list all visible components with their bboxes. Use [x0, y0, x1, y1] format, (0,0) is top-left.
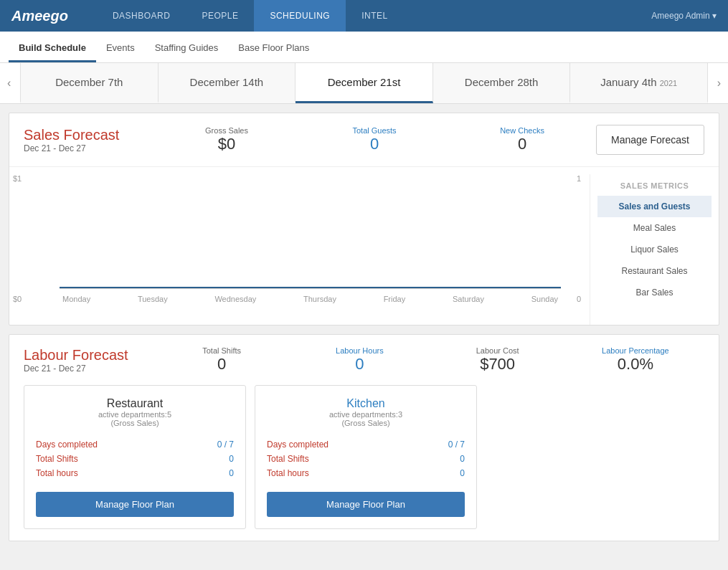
x-label-sat: Saturday	[453, 295, 484, 303]
manage-floor-plan-kitchen-button[interactable]: Manage Floor Plan	[267, 492, 465, 517]
week-tab-3[interactable]: December 28th	[433, 63, 571, 103]
dept-restaurant-header: Restaurant active departments:5 (Gross S…	[36, 397, 234, 427]
chart-area: $1 $0 1 0 Monday Tuesday Wednesday Thurs…	[9, 167, 719, 325]
y-right-bottom: 0	[577, 295, 581, 303]
labour-stats: Total Shifts 0 Labour Hours 0 Labour Cos…	[153, 346, 704, 374]
sales-forecast-heading: Sales Forecast	[24, 127, 153, 143]
total-shifts-value: 0	[153, 355, 290, 374]
dept-restaurant-gross: (Gross Sales)	[36, 419, 234, 427]
gross-sales-label: Gross Sales	[153, 126, 301, 135]
labour-pct-stat: Labour Percentage 0.0%	[567, 346, 704, 374]
metric-restaurant-sales[interactable]: Restaurant Sales	[597, 260, 712, 282]
metric-liquor-sales[interactable]: Liquor Sales	[597, 239, 712, 260]
labour-section: Labour Forecast Dec 21 - Dec 27 Total Sh…	[9, 334, 719, 541]
nav-links: Dashboard People Scheduling Intel	[97, 0, 651, 32]
gross-sales-value: $0	[153, 135, 301, 153]
dept-restaurant-hours-val: 0	[229, 468, 234, 478]
total-shifts-label: Total Shifts	[153, 346, 290, 355]
dept-restaurant-shifts-row: Total Shifts 0	[36, 452, 234, 466]
new-checks-value: 0	[448, 135, 596, 153]
labour-cost-value: $700	[429, 355, 567, 374]
x-label-sun: Sunday	[531, 295, 558, 303]
dept-kitchen-shifts-val: 0	[460, 454, 465, 464]
dept-kitchen-shifts-label: Total Shifts	[267, 454, 309, 464]
subnav-base-floor-plans[interactable]: Base Floor Plans	[228, 35, 319, 62]
dept-restaurant-hours-label: Total hours	[36, 468, 78, 478]
x-label-mon: Monday	[62, 295, 90, 303]
week-tab-4[interactable]: January 4th 2021	[570, 63, 708, 103]
chart-y-labels-right: 1 0	[577, 174, 581, 303]
chart-x-labels: Monday Tuesday Wednesday Thursday Friday…	[60, 295, 561, 303]
dept-kitchen-name: Kitchen	[267, 397, 465, 410]
total-guests-label: Total Guests	[301, 126, 448, 135]
dept-kitchen-days-label: Days completed	[267, 440, 328, 450]
main-content: Sales Forecast Dec 21 - Dec 27 Gross Sal…	[0, 113, 728, 541]
labour-cost-stat: Labour Cost $700	[429, 346, 567, 374]
labour-pct-value: 0.0%	[567, 355, 704, 374]
metric-meal-sales[interactable]: Meal Sales	[597, 217, 712, 239]
dept-restaurant-days-label: Days completed	[36, 440, 98, 450]
subnav-events[interactable]: Events	[96, 35, 145, 62]
dept-card-restaurant: Restaurant active departments:5 (Gross S…	[24, 385, 246, 529]
labour-header: Labour Forecast Dec 21 - Dec 27 Total Sh…	[24, 346, 704, 374]
dept-kitchen-active: active departments:3	[267, 410, 465, 419]
week-tab-1[interactable]: December 14th	[159, 63, 296, 103]
top-nav: Ameego Dashboard People Scheduling Intel…	[0, 0, 728, 32]
week-next-button[interactable]: ›	[712, 71, 727, 95]
week-prev-button[interactable]: ‹	[1, 71, 16, 95]
nav-dashboard[interactable]: Dashboard	[97, 0, 186, 32]
x-label-fri: Friday	[384, 295, 406, 303]
dept-cards: Restaurant active departments:5 (Gross S…	[24, 385, 704, 529]
gross-sales-stat: Gross Sales $0	[153, 126, 301, 153]
labour-pct-label: Labour Percentage	[567, 346, 704, 355]
sub-nav: Build Schedule Events Staffing Guides Ba…	[0, 32, 728, 63]
x-label-wed: Wednesday	[214, 295, 256, 303]
labour-heading: Labour Forecast	[24, 347, 153, 364]
dept-restaurant-days-val: 0 / 7	[217, 440, 234, 450]
dept-kitchen-header: Kitchen active departments:3 (Gross Sale…	[267, 397, 465, 427]
manage-floor-plan-restaurant-button[interactable]: Manage Floor Plan	[36, 492, 234, 517]
sales-forecast-section: Sales Forecast Dec 21 - Dec 27 Gross Sal…	[9, 113, 719, 326]
dept-restaurant-stats: Days completed 0 / 7 Total Shifts 0 Tota…	[36, 437, 234, 480]
metrics-title: Sales Metrics	[597, 181, 712, 190]
dept-kitchen-stats: Days completed 0 / 7 Total Shifts 0 Tota…	[267, 437, 465, 480]
chart-line	[60, 287, 561, 288]
chart-left: $1 $0 1 0 Monday Tuesday Wednesday Thurs…	[9, 174, 590, 325]
dept-restaurant-shifts-val: 0	[229, 454, 234, 464]
new-checks-stat: New Checks 0	[448, 126, 596, 153]
dept-card-kitchen: Kitchen active departments:3 (Gross Sale…	[255, 385, 477, 529]
y-label-top: $1	[13, 174, 22, 183]
chart-canvas	[60, 174, 561, 289]
dept-kitchen-hours-label: Total hours	[267, 468, 309, 478]
nav-intel[interactable]: Intel	[346, 0, 404, 32]
x-label-thu: Thursday	[303, 295, 336, 303]
sales-forecast-header: Sales Forecast Dec 21 - Dec 27 Gross Sal…	[9, 113, 719, 167]
subnav-staffing-guides[interactable]: Staffing Guides	[145, 35, 229, 62]
dept-restaurant-hours-row: Total hours 0	[36, 466, 234, 480]
dept-kitchen-shifts-row: Total Shifts 0	[267, 452, 465, 466]
week-tab-2[interactable]: December 21st	[296, 63, 433, 103]
manage-forecast-button[interactable]: Manage Forecast	[596, 125, 704, 155]
metric-sales-guests[interactable]: Sales and Guests	[597, 196, 712, 217]
user-menu[interactable]: Ameego Admin ▾	[651, 11, 717, 21]
x-label-tue: Tuesday	[138, 295, 168, 303]
nav-scheduling[interactable]: Scheduling	[254, 0, 346, 32]
week-tab-0[interactable]: December 7th	[20, 63, 159, 103]
dept-kitchen-gross: (Gross Sales)	[267, 419, 465, 427]
dept-kitchen-hours-row: Total hours 0	[267, 466, 465, 480]
labour-hours-label: Labour Hours	[290, 346, 428, 355]
dept-restaurant-days-row: Days completed 0 / 7	[36, 437, 234, 452]
dept-kitchen-hours-val: 0	[460, 468, 465, 478]
labour-title: Labour Forecast Dec 21 - Dec 27	[24, 347, 153, 374]
nav-people[interactable]: People	[186, 0, 254, 32]
total-guests-stat: Total Guests 0	[301, 126, 448, 153]
week-tabs-inner: December 7th December 14th December 21st…	[20, 63, 708, 103]
total-guests-value: 0	[301, 135, 448, 153]
sales-forecast-date: Dec 21 - Dec 27	[24, 143, 153, 153]
metric-bar-sales[interactable]: Bar Sales	[597, 282, 712, 303]
chart-y-labels-left: $1 $0	[13, 174, 22, 303]
subnav-build-schedule[interactable]: Build Schedule	[9, 35, 96, 62]
y-label-bottom: $0	[13, 295, 22, 303]
total-shifts-stat: Total Shifts 0	[153, 346, 290, 374]
y-right-top: 1	[577, 174, 581, 183]
